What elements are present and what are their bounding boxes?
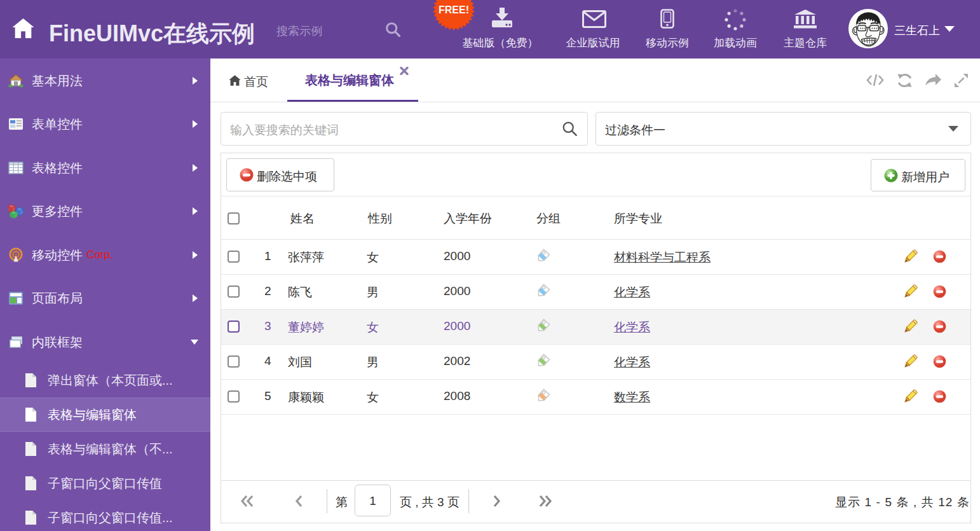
svg-text:FREE!: FREE! [439,4,469,15]
